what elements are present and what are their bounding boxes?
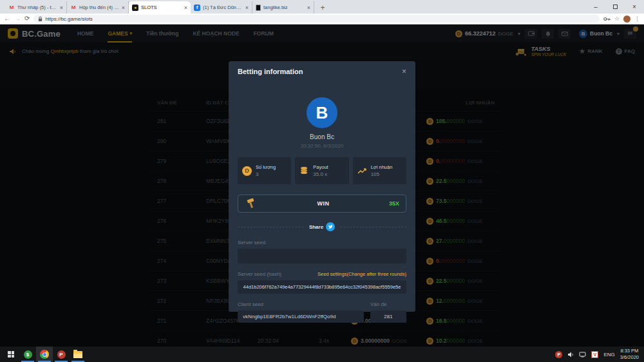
language-indicator[interactable]: ENG bbox=[603, 352, 614, 357]
browser-tabstrip: M Thư nháp (5) - thoai14071997@ × M Hộp … bbox=[0, 0, 644, 14]
tab-close-icon[interactable]: × bbox=[245, 5, 249, 11]
stat-text: Lợi nhuận 105 bbox=[371, 164, 393, 177]
tab-title: (1) Tạ Đức Dũng - Bóng Thanh N bbox=[203, 5, 243, 10]
bet-timestamp: 20:32:50, 6/3/2020 bbox=[238, 143, 406, 149]
client-seed-block: Client seed vkNngbp1E8FR2b7w1Ld6DWnF2ffQ… bbox=[238, 301, 364, 323]
taskbar-app-p[interactable]: P bbox=[53, 347, 70, 362]
system-tray: P V ENG 8:33 PM 3/6/2020 bbox=[555, 348, 644, 361]
stat-amount: D Số lượng 3 bbox=[238, 157, 291, 184]
client-seed-field[interactable]: vkNngbp1E8FR2b7w1Ld6DWnF2ffQo9d bbox=[238, 310, 364, 323]
windows-logo-icon bbox=[8, 351, 14, 357]
tab-title: Thư nháp (5) - thoai14071997@ bbox=[17, 5, 57, 10]
gmail-icon: M bbox=[8, 5, 15, 11]
tab-title: SLOTS bbox=[141, 5, 182, 10]
tab-title: Hộp thu đến (4) - bcgamebound bbox=[79, 5, 119, 10]
server-seed-hash-field[interactable]: 44d1b206f762a749e4a77329444f8d733b895e64… bbox=[238, 280, 406, 294]
result-multiplier: 35X bbox=[389, 200, 399, 207]
new-tab-button[interactable]: + bbox=[317, 2, 328, 14]
key-icon[interactable] bbox=[603, 16, 611, 22]
bc-game-favicon: ● bbox=[132, 5, 138, 11]
stat-text: Payout 35.0 x bbox=[313, 164, 328, 177]
tab-close-icon[interactable]: × bbox=[184, 5, 187, 11]
bookmark-star-icon[interactable]: ☆ bbox=[614, 15, 620, 22]
share-label: Share bbox=[309, 224, 323, 230]
seed-settings-link[interactable]: Seed settings(Change after three rounds) bbox=[317, 271, 406, 277]
server-seed-label: Server seed bbox=[238, 240, 406, 245]
browser-menu-icon[interactable]: ⋮ bbox=[634, 15, 640, 22]
start-button[interactable] bbox=[3, 347, 19, 362]
address-bar[interactable]: https://bc.game/slots bbox=[33, 15, 600, 23]
stat-value: 105 bbox=[371, 171, 393, 177]
browser-profile-avatar[interactable] bbox=[623, 15, 630, 23]
hammer-icon bbox=[245, 198, 258, 209]
coin-icon: D bbox=[242, 166, 252, 176]
clock-date: 3/6/2020 bbox=[620, 354, 639, 361]
client-seed-row: Client seed vkNngbp1E8FR2b7w1Ld6DWnF2ffQ… bbox=[238, 301, 406, 323]
betting-information-modal: Betting information × B Buon Bc 20:32:50… bbox=[229, 61, 415, 312]
server-seed-hash-label: Server seed (hash) bbox=[238, 271, 281, 277]
taskbar-explorer[interactable] bbox=[70, 347, 86, 362]
twitter-share-button[interactable] bbox=[326, 222, 335, 231]
player-avatar: B bbox=[307, 97, 337, 128]
coins-stack-icon bbox=[299, 166, 309, 175]
maximize-icon bbox=[613, 5, 618, 9]
stat-label: Lợi nhuận bbox=[371, 164, 393, 170]
share-chip: Share bbox=[305, 222, 339, 231]
taskbar-chrome[interactable] bbox=[36, 347, 53, 362]
browser-toolbar: ← → ⟳ https://bc.game/slots ☆ ⋮ bbox=[0, 14, 644, 24]
issue-label: Vấn đề bbox=[370, 301, 406, 307]
tab-gmail-inbox[interactable]: M Hộp thu đến (4) - bcgamebound × bbox=[67, 1, 129, 14]
trend-up-icon bbox=[357, 167, 367, 175]
modal-title: Betting information bbox=[238, 68, 303, 75]
server-seed-field[interactable] bbox=[238, 249, 406, 263]
screen: M Thư nháp (5) - thoai14071997@ × M Hộp … bbox=[0, 0, 644, 362]
folder-icon bbox=[73, 351, 82, 358]
maximize-button[interactable] bbox=[605, 0, 625, 14]
tab-facebook[interactable]: f (1) Tạ Đức Dũng - Bóng Thanh N × bbox=[191, 1, 252, 14]
v-tray-icon[interactable]: V bbox=[591, 351, 598, 358]
stat-label: Payout bbox=[313, 164, 328, 170]
reload-button[interactable]: ⟳ bbox=[24, 15, 30, 22]
share-row: Share bbox=[238, 222, 406, 232]
chrome-icon bbox=[40, 350, 49, 359]
tab-slots-active[interactable]: ● SLOTS × bbox=[129, 1, 191, 14]
close-window-button[interactable]: × bbox=[625, 0, 644, 14]
tab-title: tanglike.biz bbox=[263, 5, 305, 10]
windows-taskbar: $ P P V ENG 8:33 PM 3/6/2020 bbox=[0, 347, 644, 362]
lock-icon bbox=[38, 16, 43, 22]
server-seed-hash-row: Server seed (hash) Seed settings(Change … bbox=[238, 271, 406, 277]
client-seed-label: Client seed bbox=[238, 301, 364, 307]
tab-tanglike[interactable]: tanglike.biz × bbox=[252, 1, 314, 14]
speaker-icon[interactable] bbox=[567, 352, 574, 357]
clock[interactable]: 8:33 PM 3/6/2020 bbox=[620, 348, 639, 361]
gmail-icon: M bbox=[70, 5, 77, 11]
window-controls: – × bbox=[586, 0, 644, 14]
tab-gmail-drafts[interactable]: M Thư nháp (5) - thoai14071997@ × bbox=[5, 1, 67, 14]
tab-close-icon[interactable]: × bbox=[60, 5, 63, 11]
close-icon[interactable]: × bbox=[402, 67, 406, 76]
minimize-button[interactable]: – bbox=[586, 0, 605, 14]
twitter-icon bbox=[328, 225, 333, 229]
facebook-icon: f bbox=[194, 5, 200, 11]
result-banner: WIN 35X bbox=[238, 195, 406, 213]
issue-block: Vấn đề 281 bbox=[370, 301, 406, 323]
stat-payout: Payout 35.0 x bbox=[295, 157, 348, 184]
tab-close-icon[interactable]: × bbox=[122, 5, 125, 11]
network-icon[interactable] bbox=[579, 352, 586, 357]
stat-label: Số lượng bbox=[256, 164, 276, 170]
tray-p-icon[interactable]: P bbox=[555, 351, 562, 358]
url-text: https://bc.game/slots bbox=[45, 16, 92, 22]
p-app-icon: P bbox=[57, 350, 66, 359]
back-button[interactable]: ← bbox=[4, 15, 10, 22]
result-label: WIN bbox=[258, 200, 389, 207]
page-icon bbox=[256, 5, 261, 11]
stat-value: 3 bbox=[256, 171, 276, 177]
stat-text: Số lượng 3 bbox=[256, 164, 276, 177]
tab-close-icon[interactable]: × bbox=[307, 5, 310, 11]
issue-field[interactable]: 281 bbox=[370, 310, 406, 323]
stat-profit: Lợi nhuận 105 bbox=[353, 157, 406, 184]
modal-header: Betting information × bbox=[238, 61, 406, 76]
taskbar-idm[interactable]: $ bbox=[19, 347, 36, 362]
stat-value: 35.0 x bbox=[313, 171, 328, 177]
forward-button[interactable]: → bbox=[14, 15, 21, 22]
